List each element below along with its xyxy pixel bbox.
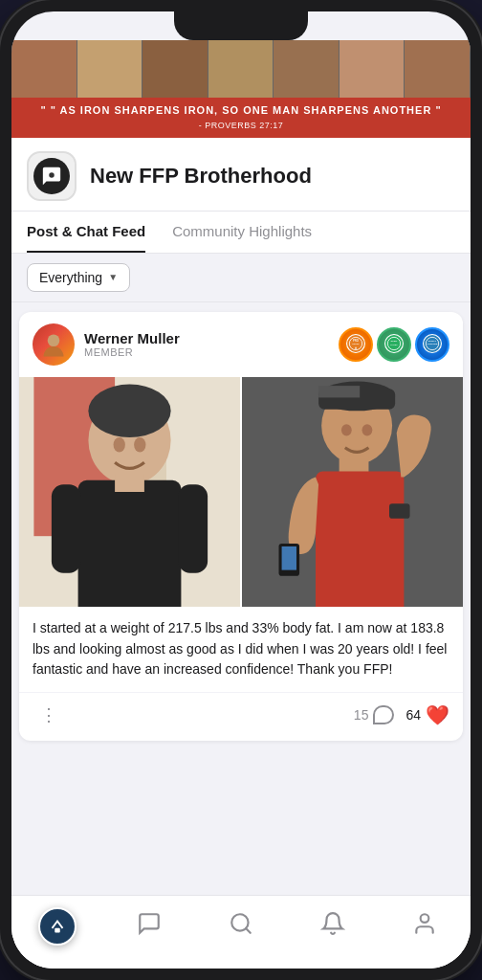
ffp-logo-icon xyxy=(47,916,68,937)
filter-bar: Everything ▼ xyxy=(11,254,471,302)
quote-banner: " " AS IRON SHARPENS IRON, SO ONE MAN SH… xyxy=(11,98,471,138)
banner-photo xyxy=(274,40,340,98)
svg-point-42 xyxy=(421,914,429,923)
before-person-svg xyxy=(19,377,240,607)
quote-text: " " AS IRON SHARPENS IRON, SO ONE MAN SH… xyxy=(19,103,463,118)
banner-photo xyxy=(340,40,405,98)
user-info: Werner Muller MEMBER xyxy=(84,330,180,358)
chat-nav-icon xyxy=(137,911,162,942)
early-adopter-badge-icon: EARLY ADOPTER xyxy=(423,334,442,353)
badges: PRO TOCOL xyxy=(339,327,449,362)
avatar xyxy=(33,323,75,366)
svg-rect-34 xyxy=(316,471,404,607)
banner-photo xyxy=(208,40,274,98)
svg-text:EARLY: EARLY xyxy=(428,340,437,343)
more-options-button[interactable]: ⋮ xyxy=(33,701,65,729)
before-photo xyxy=(19,377,240,607)
tab-highlights[interactable]: Community Highlights xyxy=(172,212,312,253)
notch xyxy=(174,11,308,40)
svg-rect-37 xyxy=(389,503,410,518)
avatar-person-icon xyxy=(40,331,67,358)
chat-logo-icon xyxy=(41,166,62,187)
user-name: Werner Muller xyxy=(84,330,180,346)
svg-text:SPEC: SPEC xyxy=(391,340,398,343)
dropdown-arrow-icon: ▼ xyxy=(108,272,118,282)
svg-point-20 xyxy=(114,437,125,452)
phone-screen: " " AS IRON SHARPENS IRON, SO ONE MAN SH… xyxy=(11,11,471,969)
top-banner xyxy=(11,40,471,98)
tab-feed-label: Post & Chat Feed xyxy=(27,223,145,239)
svg-line-41 xyxy=(246,928,251,933)
post-actions: ⋮ 15 64 ❤️ xyxy=(19,692,463,741)
after-photo xyxy=(242,377,463,607)
main-content: New FFP Brotherhood Post & Chat Feed Com… xyxy=(11,138,471,969)
svg-point-32 xyxy=(362,424,373,435)
quote-main-text: AS IRON SHARPENS IRON, SO ONE MAN SHARPE… xyxy=(60,104,432,116)
phone-frame: " " AS IRON SHARPENS IRON, SO ONE MAN SH… xyxy=(0,0,482,980)
filter-label: Everything xyxy=(39,270,102,285)
svg-text:TOCOL: TOCOL xyxy=(352,343,360,345)
avatar-image xyxy=(33,323,75,366)
svg-rect-36 xyxy=(282,546,296,570)
comment-count[interactable]: 15 xyxy=(354,705,395,724)
svg-point-31 xyxy=(341,424,352,435)
banner-photo xyxy=(77,40,143,98)
like-number: 64 xyxy=(405,707,421,723)
svg-point-19 xyxy=(88,385,170,437)
logo-inner xyxy=(33,158,70,194)
app-header: New FFP Brotherhood xyxy=(11,138,471,212)
after-person-svg xyxy=(242,377,463,607)
svg-text:IALIST: IALIST xyxy=(390,344,398,345)
badge-early-adopter: EARLY ADOPTER xyxy=(415,327,449,362)
bell-icon-svg xyxy=(320,911,345,936)
svg-rect-30 xyxy=(318,386,360,397)
search-icon-svg xyxy=(229,911,253,936)
app-title: New FFP Brotherhood xyxy=(90,165,312,188)
filter-dropdown[interactable]: Everything ▼ xyxy=(27,263,130,292)
svg-point-1 xyxy=(48,334,60,346)
svg-point-0 xyxy=(49,172,55,178)
badge-specialist-label: SPEC IALIST xyxy=(383,332,405,357)
quote-reference: - PROVERBS 27:17 xyxy=(19,120,463,132)
svg-point-21 xyxy=(134,437,145,452)
svg-text:PRO: PRO xyxy=(353,339,360,343)
profile-icon-svg xyxy=(412,911,437,936)
heart-icon: ❤️ xyxy=(426,703,449,726)
svg-rect-23 xyxy=(52,484,81,572)
banner-photo xyxy=(405,40,471,98)
app-logo xyxy=(27,151,77,201)
nav-item-chat[interactable] xyxy=(103,907,195,946)
post-header: Werner Muller MEMBER PRO xyxy=(19,312,463,377)
post-image xyxy=(19,377,463,607)
nav-item-home[interactable] xyxy=(11,903,103,949)
banner-photo xyxy=(11,40,77,98)
tab-highlights-label: Community Highlights xyxy=(172,223,312,239)
nav-item-search[interactable] xyxy=(195,907,287,946)
svg-rect-39 xyxy=(55,928,60,933)
user-role: MEMBER xyxy=(84,346,180,358)
bell-nav-icon xyxy=(320,911,345,942)
badge-protocol-label: PRO TOCOL xyxy=(344,332,367,357)
tabs-bar: Post & Chat Feed Community Highlights xyxy=(11,212,471,254)
badge-early-adopter-label: EARLY ADOPTER xyxy=(421,332,444,357)
nav-item-notifications[interactable] xyxy=(287,907,379,946)
search-nav-icon xyxy=(229,911,253,942)
quote-open-mark: " " xyxy=(40,104,56,116)
banner-photo xyxy=(142,40,208,98)
like-count[interactable]: 64 ❤️ xyxy=(405,703,449,726)
post-text: I started at a weight of 217.5 lbs and 3… xyxy=(19,607,463,692)
profile-nav-icon xyxy=(412,911,437,942)
action-left: ⋮ xyxy=(33,701,65,729)
tab-feed[interactable]: Post & Chat Feed xyxy=(27,212,145,253)
specialist-badge-icon: SPEC IALIST xyxy=(384,334,404,353)
post-card: Werner Muller MEMBER PRO xyxy=(19,312,463,741)
comment-number: 15 xyxy=(354,707,369,723)
quote-close-mark: " xyxy=(435,104,441,116)
badge-protocol: PRO TOCOL xyxy=(339,327,373,362)
feed[interactable]: Werner Muller MEMBER PRO xyxy=(11,302,471,895)
nav-item-profile[interactable] xyxy=(379,907,471,946)
action-right: 15 64 ❤️ xyxy=(354,703,449,726)
badge-specialist: SPEC IALIST xyxy=(377,327,411,362)
bottom-nav xyxy=(11,895,471,969)
home-nav-icon xyxy=(38,907,77,946)
